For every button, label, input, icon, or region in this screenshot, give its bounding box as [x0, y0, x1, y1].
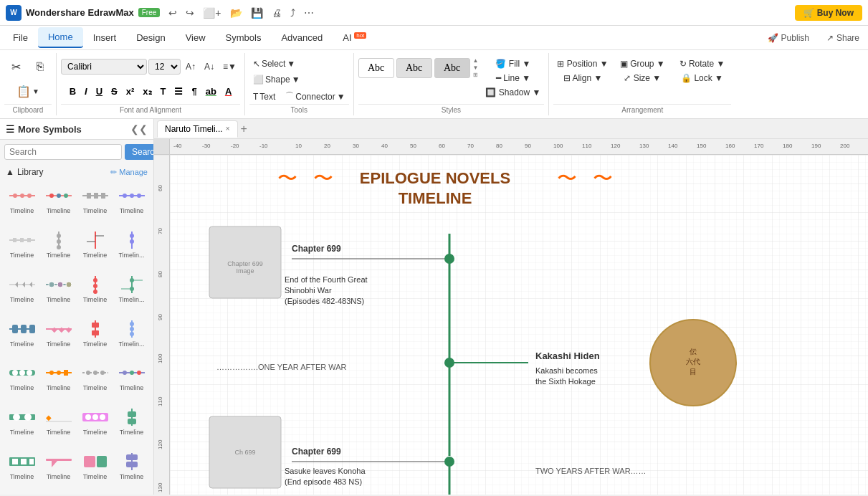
list-item[interactable]: Timeline [4, 272, 39, 315]
font-size-select[interactable]: 12 [148, 59, 181, 75]
font-grow-button[interactable]: A↑ [182, 60, 199, 73]
list-item[interactable]: Timelin... [114, 227, 149, 270]
list-item[interactable]: ◆ Timeline [41, 404, 76, 447]
cut-button[interactable]: ✂ [4, 57, 27, 77]
list-item[interactable]: Timeline [77, 183, 113, 226]
group-button[interactable]: ▣ Group ▼ [614, 57, 672, 70]
select-button[interactable]: ↖ Select ▼ [249, 57, 299, 70]
symbol-label: Timeline [83, 473, 108, 480]
menu-design[interactable]: Design [126, 28, 175, 47]
list-button[interactable]: ☰ [171, 85, 186, 97]
list-item[interactable]: Timeline [114, 449, 149, 492]
list-item[interactable]: Timeline [77, 227, 113, 270]
list-item[interactable]: Timeline [41, 449, 76, 492]
search-button[interactable]: Search [125, 144, 154, 160]
publish-button[interactable]: 🚀 Publish [762, 30, 815, 46]
style-box-3[interactable]: Abc [434, 58, 470, 78]
tab-close-button[interactable]: × [226, 125, 230, 133]
undo-button[interactable]: ↩ [166, 6, 180, 20]
subscript-button[interactable]: x₂ [139, 85, 155, 97]
menu-insert[interactable]: Insert [83, 28, 127, 47]
list-item[interactable]: Timeline [77, 404, 113, 447]
menu-symbols[interactable]: Symbols [216, 28, 272, 47]
size-button[interactable]: ⤢ Size ▼ [614, 72, 672, 85]
list-item[interactable]: Timeline [4, 404, 39, 447]
list-item[interactable]: Timeline [41, 272, 76, 315]
list-item[interactable]: Timeline [114, 404, 149, 447]
list-item[interactable]: Timeline [4, 449, 39, 492]
list-item[interactable]: Timeline [4, 227, 39, 270]
list-item[interactable]: Timeline [41, 227, 76, 270]
new-button[interactable]: ⬜+ [200, 6, 224, 20]
menu-file[interactable]: File [3, 28, 38, 47]
copy-button[interactable]: ⎘ [29, 57, 52, 76]
cut-icon: ✂ [11, 60, 21, 74]
print-button[interactable]: 🖨 [269, 6, 285, 20]
redo-button[interactable]: ↪ [183, 6, 197, 20]
list-item[interactable]: Timeline [4, 183, 39, 226]
menu-advanced[interactable]: Advanced [271, 28, 333, 47]
fill-button[interactable]: 🪣 Fill ▼ [482, 57, 544, 70]
share-button[interactable]: ↗ Share [821, 30, 865, 46]
shape-button[interactable]: ⬜ Shape ▼ [249, 73, 304, 86]
svg-text:10: 10 [295, 143, 302, 149]
buy-now-button[interactable]: 🛒 Buy Now [795, 5, 862, 21]
text-button[interactable]: T Text [249, 90, 279, 103]
list-item[interactable]: Timeline [41, 183, 76, 226]
paste-button[interactable]: 📋 ▼ [12, 82, 44, 101]
shadow-button[interactable]: 🔲 Shadow ▼ [482, 86, 544, 99]
list-item[interactable]: Timeline [114, 183, 149, 226]
style-box-2[interactable]: Abc [396, 58, 432, 78]
strikethrough-button[interactable]: S [108, 85, 121, 97]
italic-button[interactable]: I [81, 85, 91, 97]
sidebar-collapse-button[interactable]: ❮❮ [130, 123, 148, 135]
list-item[interactable]: Timeline [77, 449, 113, 492]
list-item[interactable]: Timelin... [114, 316, 149, 359]
superscript-button[interactable]: x² [123, 85, 138, 97]
menu-view[interactable]: View [176, 28, 216, 47]
text-align-button[interactable]: ≡▼ [219, 60, 240, 73]
list-item[interactable]: ◆◆◆ Timeline [41, 316, 76, 359]
list-item[interactable]: Timeline [77, 360, 113, 403]
position-button[interactable]: ⊞ Position ▼ [553, 57, 611, 70]
style-scroll-down[interactable]: ▼ [472, 65, 480, 72]
line-button[interactable]: ━ Line ▼ [482, 72, 544, 85]
menu-ai[interactable]: AI hot [333, 28, 376, 47]
paragraph-button[interactable]: ¶ [188, 85, 200, 97]
svg-point-76 [130, 371, 134, 375]
symbol-label: Timeline [47, 296, 71, 303]
bold-button[interactable]: B [66, 85, 80, 97]
list-item[interactable]: Timeline [41, 360, 76, 403]
list-item[interactable]: Timeline [114, 360, 149, 403]
menu-home[interactable]: Home [38, 27, 83, 48]
font-color-button[interactable]: A [221, 85, 235, 97]
more-button[interactable]: ⋯ [301, 6, 317, 20]
open-button[interactable]: 📂 [227, 6, 245, 20]
list-item[interactable]: Timelin... [114, 272, 149, 315]
canvas-viewport[interactable]: EPILOGUE NOVELS TIMELINE 〜 〜 〜 〜 Chapter… [170, 155, 868, 495]
list-item[interactable]: Timeline [77, 316, 113, 359]
add-tab-button[interactable]: + [241, 123, 247, 135]
font-family-select[interactable]: Calibri [61, 59, 147, 75]
lock-button[interactable]: 🔒 Lock ▼ [673, 72, 731, 85]
save-button[interactable]: 💾 [248, 6, 266, 20]
list-item[interactable]: Timeline [4, 360, 39, 403]
manage-link[interactable]: ✏ Manage [110, 168, 148, 177]
style-box-1[interactable]: Abc [358, 58, 394, 78]
highlight-button[interactable]: ab [202, 85, 220, 97]
font-shrink-button[interactable]: A↓ [201, 60, 218, 73]
rotate-button[interactable]: ↻ Rotate ▼ [673, 57, 731, 70]
style-scroll-up[interactable]: ▲ [472, 57, 480, 65]
svg-rect-48 [12, 325, 18, 333]
align-button[interactable]: ⊟ Align ▼ [553, 72, 611, 85]
list-item[interactable]: Timeline [4, 316, 39, 359]
text-dir-button[interactable]: T [157, 85, 170, 97]
symbol-preview [8, 230, 37, 250]
underline-button[interactable]: U [92, 85, 106, 97]
connector-button[interactable]: ⌒ Connector ▼ [282, 89, 348, 104]
export-button[interactable]: ⤴ [287, 6, 298, 20]
search-input[interactable] [4, 144, 122, 160]
document-tab[interactable]: Naruto Timeli... × [157, 120, 238, 138]
list-item[interactable]: Timeline [77, 272, 113, 315]
style-expand[interactable]: ⊞ [472, 72, 480, 79]
